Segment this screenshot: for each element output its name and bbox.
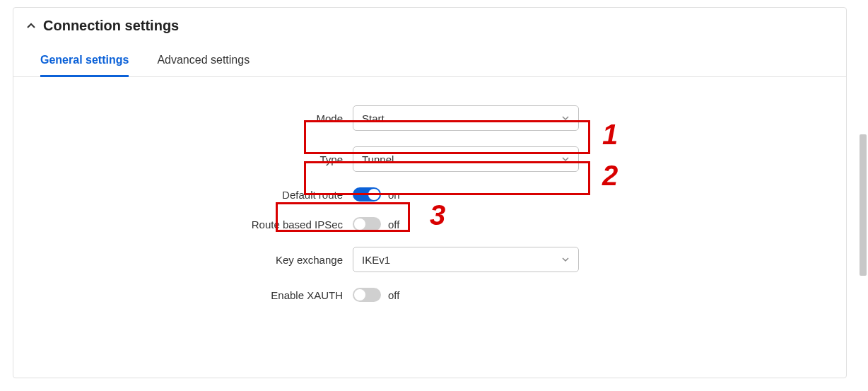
label-route-based-ipsec: Route based IPSec [13, 218, 353, 230]
row-type: Type Tunnel [13, 146, 846, 172]
chevron-down-icon [561, 254, 570, 266]
chevron-down-icon [561, 153, 570, 165]
connection-settings-panel: Connection settings General settings Adv… [13, 7, 847, 378]
label-type: Type [13, 153, 353, 165]
row-key-exchange: Key exchange IKEv1 [13, 247, 846, 272]
tab-advanced-settings[interactable]: Advanced settings [157, 54, 250, 77]
label-default-route: Default route [13, 189, 353, 201]
tabs: General settings Advanced settings [13, 34, 846, 77]
select-mode-value: Start [362, 112, 385, 124]
label-mode: Mode [13, 112, 353, 124]
panel-title: Connection settings [43, 18, 179, 34]
label-key-exchange: Key exchange [13, 254, 353, 266]
panel-header[interactable]: Connection settings [13, 8, 846, 34]
tab-general-settings[interactable]: General settings [40, 54, 129, 77]
row-enable-xauth: Enable XAUTH off [13, 288, 846, 302]
row-route-based-ipsec: Route based IPSec off [13, 217, 846, 231]
toggle-default-route-state: on [388, 189, 400, 201]
select-mode[interactable]: Start [353, 105, 579, 131]
select-type-value: Tunnel [362, 153, 394, 165]
toggle-enable-xauth-state: off [388, 289, 399, 301]
select-type[interactable]: Tunnel [353, 146, 579, 172]
row-default-route: Default route on [13, 187, 846, 202]
toggle-default-route[interactable] [353, 187, 381, 202]
chevron-down-icon [561, 112, 570, 124]
scrollbar-thumb[interactable] [860, 134, 867, 276]
general-settings-form: Mode Start Type Tunnel [13, 77, 846, 302]
toggle-route-based-ipsec-state: off [388, 218, 399, 230]
select-key-exchange[interactable]: IKEv1 [353, 247, 579, 272]
toggle-enable-xauth[interactable] [353, 288, 381, 302]
select-key-exchange-value: IKEv1 [362, 254, 390, 266]
toggle-route-based-ipsec[interactable] [353, 217, 381, 231]
row-mode: Mode Start [13, 105, 846, 131]
label-enable-xauth: Enable XAUTH [13, 289, 353, 301]
chevron-up-icon [26, 21, 36, 31]
